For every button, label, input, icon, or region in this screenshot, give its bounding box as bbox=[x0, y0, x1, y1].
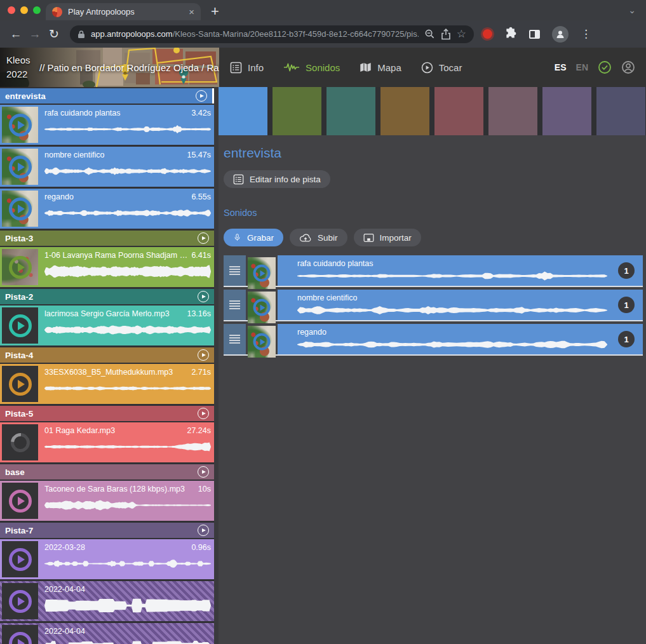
window-minimize-button[interactable] bbox=[20, 6, 28, 14]
tab-tocar[interactable]: Tocar bbox=[421, 62, 462, 74]
tab-close-icon[interactable]: × bbox=[189, 7, 194, 17]
sound-row[interactable]: regando 1 bbox=[224, 324, 643, 356]
track-color-tile[interactable] bbox=[273, 87, 321, 135]
track-row[interactable]: Taconeo de Sara Baras (128 kbps).mp310s bbox=[0, 481, 214, 521]
sound-body[interactable]: nombre cientifico 1 bbox=[278, 290, 643, 320]
waveform[interactable] bbox=[44, 439, 211, 454]
track-thumbnail[interactable] bbox=[2, 149, 38, 185]
new-tab-button[interactable]: + bbox=[211, 4, 219, 18]
track-thumbnail[interactable] bbox=[2, 541, 38, 577]
drag-handle[interactable] bbox=[224, 290, 246, 320]
record-button[interactable]: Grabar bbox=[224, 229, 283, 246]
section-header[interactable]: entrevista bbox=[0, 88, 214, 104]
profile-avatar[interactable] bbox=[552, 26, 569, 43]
waveform[interactable] bbox=[44, 164, 211, 178]
track-thumbnail[interactable] bbox=[2, 625, 38, 644]
waveform[interactable] bbox=[297, 337, 607, 352]
project-map-banner[interactable]: Kleos 2022 // Patio en Bordador Rodrígue… bbox=[0, 48, 219, 87]
section-header[interactable]: Pista-2 bbox=[0, 289, 214, 304]
track-thumbnail[interactable] bbox=[2, 424, 38, 460]
tab-info[interactable]: Info bbox=[230, 62, 264, 74]
record-extension-icon[interactable] bbox=[483, 29, 492, 39]
tab-mapa[interactable]: Mapa bbox=[360, 62, 401, 73]
browser-menu-icon[interactable]: ⋮ bbox=[581, 27, 591, 41]
waveform[interactable] bbox=[44, 323, 211, 337]
waveform[interactable] bbox=[44, 640, 211, 644]
section-play-icon[interactable] bbox=[198, 232, 209, 244]
share-icon[interactable] bbox=[441, 29, 451, 40]
saved-check-icon[interactable] bbox=[598, 60, 612, 74]
url-bar[interactable]: app.antropoloops.com/Kleos-Santa-Marina/… bbox=[70, 25, 474, 43]
reload-button[interactable]: ↻ bbox=[44, 25, 64, 44]
window-zoom-button[interactable] bbox=[33, 6, 41, 14]
track-thumbnail[interactable] bbox=[2, 583, 38, 619]
browser-tab[interactable]: Play Antropoloops × bbox=[46, 3, 201, 20]
side-panel-icon[interactable] bbox=[529, 30, 540, 39]
section-header[interactable]: Pista-3 bbox=[0, 231, 214, 246]
edit-track-info-button[interactable]: Editar info de pista bbox=[224, 170, 330, 188]
section-play-icon[interactable] bbox=[196, 90, 207, 102]
waveform[interactable] bbox=[44, 556, 211, 571]
track-row[interactable]: 2022-03-280.96s bbox=[0, 539, 214, 579]
track-color-tile[interactable] bbox=[596, 87, 645, 135]
back-button[interactable]: ← bbox=[6, 25, 25, 44]
waveform[interactable] bbox=[44, 264, 211, 279]
waveform[interactable] bbox=[297, 268, 607, 284]
track-thumbnail[interactable] bbox=[2, 191, 38, 227]
track-color-tile[interactable] bbox=[488, 87, 537, 135]
waveform[interactable] bbox=[44, 381, 211, 396]
bookmark-star-icon[interactable]: ☆ bbox=[457, 29, 466, 39]
track-row-muted[interactable]: 2022-04-04 bbox=[0, 623, 214, 644]
track-color-tile[interactable] bbox=[380, 87, 429, 135]
track-color-tile[interactable] bbox=[434, 87, 483, 135]
sound-body[interactable]: regando 1 bbox=[278, 324, 643, 354]
track-color-tile[interactable] bbox=[219, 87, 267, 135]
waveform[interactable] bbox=[297, 302, 607, 318]
drag-handle[interactable] bbox=[224, 324, 246, 354]
track-row[interactable]: lacrimosa Sergio García Merlo.mp313.16s bbox=[0, 305, 214, 345]
track-row[interactable]: rafa cuidando plantas3.42s bbox=[0, 105, 214, 145]
track-row[interactable]: 1-06 Lavanya Rama Poorna Shadjam Rupak..… bbox=[0, 247, 214, 287]
waveform[interactable] bbox=[44, 122, 211, 137]
window-close-button[interactable] bbox=[8, 6, 15, 14]
track-row[interactable]: nombre cientifico15.47s bbox=[0, 147, 214, 187]
upload-button[interactable]: Subir bbox=[290, 229, 347, 246]
sound-row[interactable]: nombre cientifico 1 bbox=[224, 290, 643, 321]
track-thumbnail[interactable] bbox=[2, 483, 38, 519]
track-thumbnail[interactable] bbox=[2, 107, 38, 143]
section-play-icon[interactable] bbox=[198, 408, 209, 419]
section-header[interactable]: Pista-4 bbox=[0, 347, 214, 363]
track-thumbnail[interactable] bbox=[2, 366, 38, 402]
extensions-puzzle-icon[interactable] bbox=[504, 27, 517, 42]
waveform[interactable] bbox=[44, 206, 211, 220]
account-icon[interactable] bbox=[621, 60, 635, 74]
app-logo[interactable]: Kleos 2022 bbox=[6, 53, 30, 81]
sound-thumbnail[interactable] bbox=[248, 326, 276, 358]
section-play-icon[interactable] bbox=[198, 525, 209, 536]
tab-search-chevron-icon[interactable]: ⌄ bbox=[628, 5, 636, 15]
zoom-icon[interactable] bbox=[424, 29, 435, 39]
sidebar-scrollbar[interactable] bbox=[214, 87, 219, 644]
sound-thumbnail[interactable] bbox=[248, 257, 276, 289]
drag-handle[interactable] bbox=[224, 255, 246, 286]
import-button[interactable]: Importar bbox=[354, 229, 421, 246]
track-thumbnail[interactable] bbox=[2, 249, 38, 285]
section-header[interactable]: Pista-5 bbox=[0, 406, 214, 421]
track-thumbnail[interactable] bbox=[2, 307, 38, 344]
track-color-tile[interactable] bbox=[542, 87, 591, 135]
waveform[interactable] bbox=[44, 598, 211, 613]
section-play-icon[interactable] bbox=[198, 466, 209, 478]
section-header[interactable]: Pista-7 bbox=[0, 523, 214, 538]
forward-button[interactable]: → bbox=[25, 25, 44, 44]
sound-row[interactable]: rafa cuidando plantas 1 bbox=[224, 255, 643, 287]
waveform[interactable] bbox=[44, 498, 211, 513]
lang-es-toggle[interactable]: ES bbox=[555, 62, 567, 72]
sound-thumbnail[interactable] bbox=[248, 292, 276, 323]
lang-en-toggle[interactable]: EN bbox=[576, 62, 588, 72]
section-header[interactable]: base bbox=[0, 464, 214, 480]
track-row[interactable]: 33ESX6038_B5_Muthedukkum.mp32.71s bbox=[0, 364, 214, 404]
section-play-icon[interactable] bbox=[198, 291, 209, 302]
track-row[interactable]: 01 Raga Kedar.mp327.24s bbox=[0, 422, 214, 462]
track-color-tile[interactable] bbox=[326, 87, 375, 135]
track-row-muted[interactable]: 2022-04-04 bbox=[0, 581, 214, 621]
